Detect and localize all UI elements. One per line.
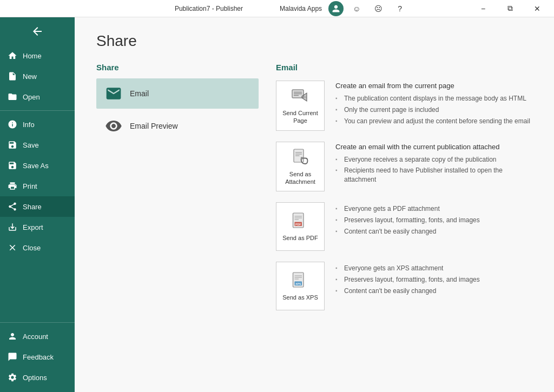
help-icon[interactable]: ?	[391, 0, 408, 17]
send-as-pdf-label: Send as PDF	[282, 234, 318, 242]
email-preview-option-icon	[104, 116, 123, 136]
sidebar-item-open-label: Open	[23, 93, 40, 101]
send-as-pdf-bullet-3: Content can't be easily changed	[335, 226, 532, 237]
minimize-button[interactable]: −	[471, 0, 496, 17]
svg-point-10	[301, 157, 304, 160]
send-as-pdf-bullet-1: Everyone gets a PDF attachment	[335, 203, 532, 215]
sidebar-nav-top: Home New Open Info Save Save As	[0, 45, 75, 319]
back-button[interactable]	[0, 17, 75, 45]
app-body: Home New Open Info Save Save As	[0, 17, 554, 392]
profile-icon[interactable]	[328, 1, 344, 16]
sidebar-item-open[interactable]: Open	[0, 87, 75, 107]
send-as-pdf-bullets: Everyone gets a PDF attachment Preserves…	[335, 203, 532, 237]
sidebar-divider-2	[0, 322, 75, 323]
send-as-attachment-bullet-2: Recipients need to have Publisher instal…	[335, 165, 532, 185]
send-current-page-bullet-3: You can preview and adjust the content b…	[335, 116, 532, 127]
email-section-title: Email	[276, 63, 532, 72]
titlebar: Publication7 - Publisher Malavida Apps ☺…	[0, 0, 554, 17]
sidebar-item-home-label: Home	[23, 52, 42, 60]
sidebar-divider-1	[0, 110, 75, 111]
send-as-xps-bullet-3: Content can't be easily changed	[335, 285, 532, 297]
send-as-xps-button[interactable]: XPS Send as XPS	[276, 262, 325, 310]
sidebar-item-share-label: Share	[23, 203, 42, 211]
send-current-page-bullet-2: Only the current page is included	[335, 104, 532, 116]
sidebar-item-info-label: Info	[23, 121, 35, 129]
restore-button[interactable]: ⧉	[498, 0, 523, 17]
share-left-panel: Share Email Email Preview	[96, 63, 259, 321]
email-option-row-send-as-xps: XPS Send as XPS Everyone gets an XPS att…	[276, 262, 532, 310]
titlebar-title: Publication7 - Publisher	[175, 5, 243, 12]
send-current-page-bullets: The publication content displays in the …	[335, 93, 532, 127]
sidebar-item-save-as-label: Save As	[23, 162, 49, 170]
sidebar: Home New Open Info Save Save As	[0, 17, 75, 392]
sidebar-item-feedback[interactable]: Feedback	[0, 347, 75, 367]
email-option-row-send-as-pdf: PDF Send as PDF Everyone gets a PDF atta…	[276, 202, 532, 251]
send-current-page-button[interactable]: Send Current Page	[276, 81, 325, 131]
sidebar-item-account[interactable]: Account	[0, 326, 75, 347]
sidebar-item-close-label: Close	[23, 244, 41, 252]
share-option-email[interactable]: Email	[96, 78, 259, 109]
sidebar-nav-bottom: Account Feedback Options	[0, 319, 75, 392]
send-as-attachment-desc: Create an email with the current publica…	[335, 142, 532, 185]
sidebar-item-feedback-label: Feedback	[23, 353, 54, 361]
send-as-attachment-bullets: Everyone receives a separate copy of the…	[335, 154, 532, 185]
sidebar-item-info[interactable]: Info	[0, 114, 75, 135]
sidebar-item-close[interactable]: Close	[0, 237, 75, 258]
send-as-xps-bullets: Everyone gets an XPS attachment Preserve…	[335, 263, 532, 296]
sidebar-item-save-as[interactable]: Save As	[0, 155, 75, 176]
sidebar-item-options[interactable]: Options	[0, 367, 75, 388]
send-as-attachment-desc-title: Create an email with the current publica…	[335, 143, 532, 151]
share-option-email-preview[interactable]: Email Preview	[96, 111, 259, 141]
send-current-page-desc: Create an email from the current page Th…	[335, 81, 532, 127]
sidebar-item-save[interactable]: Save	[0, 135, 75, 155]
send-current-page-desc-title: Create an email from the current page	[335, 82, 532, 90]
send-as-pdf-desc: Everyone gets a PDF attachment Preserves…	[335, 202, 532, 237]
main-content: Share Share Email	[75, 17, 554, 392]
sidebar-item-save-label: Save	[23, 141, 39, 149]
email-option-row-send-current-page: Send Current Page Create an email from t…	[276, 81, 532, 131]
close-button[interactable]: ✕	[525, 0, 550, 17]
share-right-panel: Email Send C	[276, 63, 532, 321]
sidebar-item-new[interactable]: New	[0, 66, 75, 87]
share-option-email-preview-label: Email Preview	[130, 122, 178, 130]
sad-icon[interactable]: ☹	[370, 0, 387, 17]
page-title: Share	[96, 32, 532, 50]
send-as-attachment-bullet-1: Everyone receives a separate copy of the…	[335, 154, 532, 165]
send-as-xps-bullet-2: Preserves layout, formatting, fonts, and…	[335, 274, 532, 285]
email-option-row-send-as-attachment: Send as Attachment Create an email with …	[276, 142, 532, 192]
email-option-icon	[104, 84, 123, 103]
svg-text:XPS: XPS	[295, 282, 301, 285]
sidebar-item-share[interactable]: Share	[0, 196, 75, 217]
sidebar-item-print-label: Print	[23, 182, 37, 190]
sidebar-item-export[interactable]: Export	[0, 217, 75, 237]
svg-text:PDF: PDF	[295, 223, 301, 226]
share-layout: Share Email Email Preview	[96, 63, 532, 321]
send-as-xps-desc: Everyone gets an XPS attachment Preserve…	[335, 262, 532, 296]
sidebar-item-export-label: Export	[23, 223, 43, 231]
send-as-attachment-label: Send as Attachment	[280, 170, 321, 186]
send-as-xps-bullet-1: Everyone gets an XPS attachment	[335, 263, 532, 274]
sidebar-item-options-label: Options	[23, 374, 47, 382]
emoji-icon[interactable]: ☺	[348, 0, 365, 17]
sidebar-item-account-label: Account	[23, 333, 48, 341]
titlebar-app: Malavida Apps	[280, 5, 322, 12]
send-as-attachment-button[interactable]: Send as Attachment	[276, 142, 325, 192]
sidebar-item-new-label: New	[23, 72, 37, 81]
titlebar-center: Publication7 - Publisher Malavida Apps ☺…	[175, 0, 408, 17]
share-section-title: Share	[96, 63, 259, 72]
send-as-pdf-bullet-2: Preserves layout, formatting, fonts, and…	[335, 215, 532, 226]
send-current-page-label: Send Current Page	[280, 109, 321, 125]
window-controls: − ⧉ ✕	[471, 0, 550, 17]
sidebar-item-print[interactable]: Print	[0, 176, 75, 196]
send-current-page-bullet-1: The publication content displays in the …	[335, 93, 532, 104]
send-as-xps-label: Send as XPS	[282, 294, 318, 301]
send-as-pdf-button[interactable]: PDF Send as PDF	[276, 202, 325, 251]
share-option-email-label: Email	[130, 89, 149, 98]
sidebar-item-home[interactable]: Home	[0, 45, 75, 66]
